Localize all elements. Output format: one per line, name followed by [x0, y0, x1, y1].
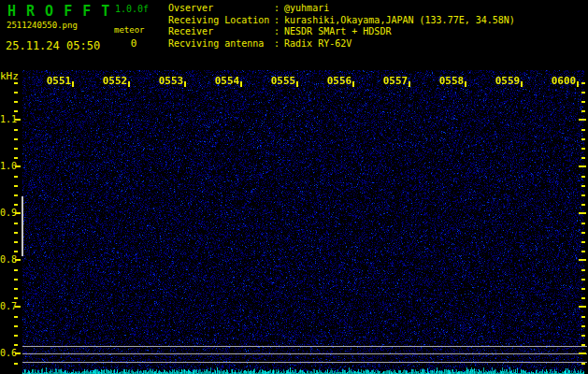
tick-mark	[14, 92, 18, 94]
tick-mark	[581, 101, 585, 103]
freq-major-tick	[15, 352, 21, 354]
tick-mark	[579, 306, 586, 308]
time-tick-label: 0558	[438, 75, 465, 87]
tick-mark	[184, 81, 186, 87]
time-tick-label: 0559	[495, 75, 521, 87]
info-label: Ovserver	[168, 3, 274, 13]
tick-mark	[14, 344, 18, 346]
tick-mark	[14, 138, 18, 140]
tick-mark	[579, 259, 586, 261]
tick-mark	[14, 335, 18, 337]
meteor-count-label: meteor	[114, 25, 145, 35]
app-version: 1.0.0f	[115, 4, 149, 14]
frequency-axis-unit: kHz	[0, 70, 19, 82]
tick-mark	[579, 212, 586, 214]
freq-tick-label: 1.1	[0, 114, 15, 124]
info-label: Recviving antenna	[168, 38, 274, 49]
tick-mark	[14, 297, 18, 299]
tick-mark	[581, 316, 585, 318]
info-separator: :	[274, 26, 280, 36]
time-tick-label: 0556	[326, 75, 352, 87]
tick-mark	[14, 185, 18, 187]
time-tick-label: 0557	[382, 75, 409, 87]
info-row-observer: Ovserver:@yuhmari	[168, 3, 329, 13]
reference-line	[22, 353, 587, 354]
tick-mark	[581, 325, 585, 327]
tick-mark	[579, 352, 586, 354]
info-value: kurashiki,Okayama,JAPAN (133.77E, 34.58N…	[284, 15, 515, 25]
tick-mark	[14, 194, 18, 196]
freq-tick-label: 0.9	[0, 208, 15, 218]
time-tick-label: 0552	[102, 75, 128, 87]
tick-mark	[14, 82, 18, 84]
tick-mark	[581, 223, 585, 224]
tick-mark	[581, 232, 585, 234]
spectrogram-noise-canvas	[22, 70, 584, 374]
tick-mark	[14, 288, 18, 290]
info-value: Radix RY-62V	[284, 38, 351, 49]
tick-mark	[14, 269, 18, 271]
tick-mark	[581, 82, 585, 84]
tick-mark	[14, 129, 18, 131]
tick-mark	[352, 81, 354, 87]
tick-mark	[581, 297, 585, 299]
tick-mark	[581, 129, 585, 131]
tick-mark	[240, 81, 242, 87]
tick-mark	[296, 81, 298, 87]
tick-mark	[581, 335, 585, 337]
tick-mark	[579, 165, 586, 167]
freq-major-tick	[15, 306, 21, 308]
tick-mark	[577, 81, 579, 87]
tick-mark	[581, 185, 585, 187]
tick-mark	[14, 157, 18, 159]
info-label: Receiving Location	[168, 15, 274, 25]
info-row-receiver: Receiver:NESDR SMArt + HDSDR	[168, 26, 391, 36]
freq-tick-label: 0.6	[0, 348, 15, 358]
tick-mark	[14, 101, 18, 103]
time-tick-label: 0555	[270, 75, 296, 87]
freq-tick-label: 1.0	[0, 161, 15, 171]
time-tick-label: 0554	[214, 75, 240, 87]
tick-mark	[14, 223, 18, 224]
info-separator: :	[274, 38, 280, 49]
info-separator: :	[274, 3, 280, 13]
freq-tick-label: 0.7	[0, 301, 15, 311]
tick-mark	[521, 81, 523, 87]
tick-mark	[465, 81, 466, 87]
app-title: H R O F F T	[7, 3, 110, 20]
freq-major-tick	[15, 212, 21, 214]
tick-mark	[581, 157, 585, 159]
time-tick-label: 0600	[551, 75, 577, 87]
freq-major-tick	[15, 165, 21, 167]
tick-mark	[581, 363, 585, 365]
tick-mark	[14, 232, 18, 234]
tick-mark	[581, 138, 585, 140]
reference-line	[22, 346, 587, 347]
output-filename: 2511240550.png	[7, 21, 78, 30]
tick-mark	[14, 279, 18, 280]
tick-mark	[581, 204, 585, 206]
tick-mark	[581, 148, 585, 150]
time-tick-label: 0553	[158, 75, 184, 87]
info-row-antenna: Recviving antenna:Radix RY-62V	[168, 38, 351, 49]
tick-mark	[14, 325, 18, 327]
tick-mark	[581, 194, 585, 196]
info-value: @yuhmari	[284, 3, 329, 13]
tick-mark	[14, 176, 18, 178]
tick-mark	[581, 288, 585, 290]
info-label: Receiver	[168, 26, 274, 36]
tick-mark	[14, 204, 18, 206]
tick-mark	[72, 81, 74, 87]
info-separator: :	[274, 15, 280, 25]
tick-mark	[581, 110, 585, 112]
tick-mark	[14, 241, 18, 243]
tick-mark	[581, 176, 585, 178]
tick-mark	[579, 119, 586, 121]
freq-major-tick	[15, 119, 21, 121]
meteor-count-value: 0	[125, 37, 142, 50]
tick-mark	[14, 148, 18, 150]
tick-mark	[581, 241, 585, 243]
hrofft-screen: H R O F F T 1.0.0f 2511240550.png meteor…	[0, 0, 588, 374]
tick-mark	[14, 316, 18, 318]
reference-line	[22, 362, 587, 363]
